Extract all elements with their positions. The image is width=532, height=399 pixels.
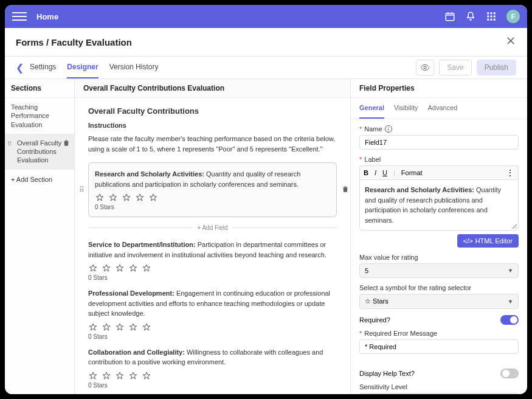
svg-rect-1 [487,12,489,14]
star-icon[interactable] [102,263,111,273]
star-icon[interactable] [115,371,125,381]
prop-name: *Namei [359,125,519,150]
rich-text-toolbar: B I U | Format ⋮ [359,165,519,179]
star-icon[interactable] [102,371,111,381]
more-icon[interactable]: ⋮ [506,168,514,177]
bold-button[interactable]: B [364,169,368,176]
sensitivity-select[interactable]: Low▼ [359,393,519,394]
drag-handle-icon[interactable]: ⠿ [7,140,12,148]
star-icon[interactable] [142,371,151,381]
prop-max-value: Max value for rating 5▼ [359,254,519,278]
app-window: Home F Forms / Faculty Evaluation ❮ Sett… [5,5,527,394]
add-field-button[interactable]: + Add Field [192,224,232,231]
star-icon[interactable] [88,322,98,332]
tab-settings[interactable]: Settings [30,57,56,78]
star-icon[interactable] [95,193,105,203]
help-text-label: Display Help Text? [359,370,415,377]
drag-handle-icon[interactable]: ⠿ [79,186,85,194]
star-icon[interactable] [128,263,138,273]
back-chevron-icon[interactable]: ❮ [16,62,24,74]
publish-button[interactable]: Publish [477,60,516,75]
tab-designer[interactable]: Designer [67,57,98,78]
section-item[interactable]: ⠿ Overall Faculty Contributions Evaluati… [5,134,74,170]
rating-field[interactable]: Professional Development: Engagement in … [88,288,337,340]
name-input[interactable] [359,135,519,150]
symbol-select[interactable]: ☆ Stars▼ [359,294,519,309]
star-icon[interactable] [88,263,98,273]
calendar-icon[interactable] [444,11,455,22]
resize-handle-icon[interactable] [512,224,517,229]
italic-button[interactable]: I [375,169,376,176]
props-tab-advanced[interactable]: Advanced [428,98,458,119]
svg-rect-3 [494,12,496,14]
preview-button[interactable] [416,60,434,75]
tab-version-history[interactable]: Version History [109,57,159,78]
help-text-toggle[interactable] [500,369,519,378]
rating-field[interactable]: Collaboration and Collegiality: Willingn… [88,347,337,389]
star-icon[interactable] [135,193,145,203]
canvas-body: Overall Faculty Contributions Instructio… [75,98,350,394]
prop-required: Required? [359,315,519,325]
star-icon[interactable] [102,322,111,332]
props-tab-visibility[interactable]: Visibility [394,98,418,119]
tabs: Settings Designer Version History [30,57,416,78]
format-select[interactable]: Format [401,169,423,176]
props-tab-general[interactable]: General [359,98,384,119]
topbar: Home F [5,5,527,28]
star-rating[interactable] [88,263,337,273]
html-editor-button[interactable]: </>HTML Editor [457,234,519,248]
code-icon: </> [463,237,473,245]
tabs-row: ❮ Settings Designer Version History Save… [5,57,527,79]
field-label: Collaboration and Collegiality: Willingn… [88,347,337,367]
info-icon[interactable]: i [385,125,392,133]
underline-button[interactable]: U [382,169,387,176]
required-label: Required? [359,316,390,324]
body: Sections Teaching Performance Evaluation… [5,79,527,394]
section-item-label: Overall Faculty Contributions Evaluation [17,139,61,164]
rating-field[interactable]: ⠿ Research and Scholarly Activities: Qua… [88,162,337,217]
star-rating[interactable] [88,322,337,332]
star-icon: ☆ [365,297,371,305]
star-icon[interactable] [108,193,118,203]
rich-text-area[interactable]: Research and Scholarly Activities: Quant… [359,179,519,231]
hamburger-menu-icon[interactable] [12,9,27,24]
trash-icon[interactable] [341,185,350,195]
required-error-input[interactable] [359,339,519,354]
section-title: Overall Faculty Contributions [88,106,337,116]
section-item[interactable]: Teaching Performance Evaluation [5,98,74,134]
add-field-divider: + Add Field [88,224,337,231]
max-value-select[interactable]: 5▼ [359,263,519,278]
add-section-button[interactable]: + Add Section [5,170,74,189]
svg-rect-7 [487,19,489,21]
close-icon[interactable] [505,35,516,49]
star-icon[interactable] [115,322,125,332]
star-rating[interactable] [95,193,330,203]
bell-icon[interactable] [465,11,476,22]
star-icon[interactable] [128,371,138,381]
apps-grid-icon[interactable] [486,11,497,22]
prop-label-label: Label [364,156,381,163]
stars-caption: 0 Stars [95,204,330,210]
instructions-text: Please rate the faculty member's teachin… [88,134,337,154]
avatar[interactable]: F [506,10,520,23]
trash-icon[interactable] [62,139,71,149]
chevron-down-icon: ▼ [508,299,513,305]
star-rating[interactable] [88,371,337,381]
symbol-label: Select a symbol for the rating selector [359,284,519,291]
breadcrumb: Forms / Faculty Evaluation [16,37,505,47]
rating-field[interactable]: Service to Department/Institution: Parti… [88,240,337,281]
star-icon[interactable] [142,322,151,332]
field-label: Professional Development: Engagement in … [88,288,337,319]
required-toggle[interactable] [500,315,519,325]
star-icon[interactable] [88,371,98,381]
stars-caption: 0 Stars [88,274,337,281]
star-icon[interactable] [148,193,158,203]
prop-help-text: Display Help Text? [359,369,519,378]
star-icon[interactable] [128,322,138,332]
prop-label: *Label B I U | Format ⋮ Research and Sch… [359,156,519,248]
star-icon[interactable] [122,193,131,203]
save-button[interactable]: Save [439,60,471,75]
star-icon[interactable] [142,263,151,273]
star-icon[interactable] [115,263,125,273]
svg-rect-6 [494,16,496,18]
